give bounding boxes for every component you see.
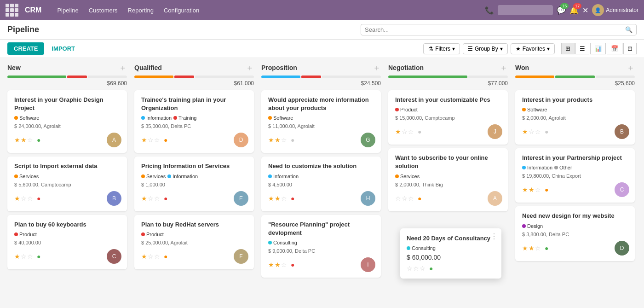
column-progress <box>134 76 254 78</box>
popup-priority-icon: ● <box>429 265 433 272</box>
topnav-search[interactable] <box>498 5 553 15</box>
kanban-card[interactable]: Pricing Information of Services Services… <box>134 157 254 211</box>
column-title: Won <box>515 64 625 71</box>
card-tags: Design <box>522 223 629 229</box>
create-button[interactable]: CREATE <box>7 42 44 55</box>
card-title: Script to Import external data <box>14 162 121 170</box>
search-input[interactable] <box>365 26 623 33</box>
priority-icon: ● <box>37 195 40 202</box>
card-stars[interactable]: ★☆☆ <box>141 253 160 260</box>
card-stars[interactable]: ★☆☆ <box>14 195 33 202</box>
card-tag: Services <box>141 174 166 179</box>
activity-icon[interactable]: 🔔 17 <box>569 6 579 15</box>
card-tags: Product <box>141 232 248 237</box>
column-header: Won ＋ <box>515 64 635 72</box>
column-amount: $61,000 <box>134 80 254 87</box>
app-menu-icon[interactable] <box>6 4 18 17</box>
column-new: New ＋ $69,600 Interest in your Graphic D… <box>7 64 127 273</box>
groupby-button[interactable]: ☰ Group By ▾ <box>463 43 508 54</box>
card-meta: $ 24,000.00, Agrolait <box>14 123 121 129</box>
column-add-button[interactable]: ＋ <box>119 64 127 72</box>
chart-view-button[interactable]: 📊 <box>590 43 606 54</box>
column-qualified: Qualified ＋ $61,000 Trainee's training p… <box>134 64 254 273</box>
card-stars[interactable]: ★★☆ <box>14 136 33 144</box>
search-icon[interactable]: 🔍 <box>625 26 632 33</box>
close-icon[interactable]: ✕ <box>582 6 588 15</box>
card-meta: $ 9,000.00, Delta PC <box>268 248 375 254</box>
messages-badge: 15 <box>560 3 569 9</box>
menu-pipeline[interactable]: Pipeline <box>52 5 83 16</box>
kanban-card[interactable]: Plan to buy RedHat servers Product $ 25,… <box>134 215 254 269</box>
calendar-view-button[interactable]: 📅 <box>607 43 622 54</box>
groupby-chevron: ▾ <box>500 46 503 52</box>
card-footer: ★★☆ ● H <box>268 191 375 206</box>
column-won: Won ＋ $25,600 Interest in your products … <box>515 64 635 265</box>
column-add-button[interactable]: ＋ <box>373 64 381 72</box>
add-column-label[interactable]: Add new Column <box>642 64 644 281</box>
priority-icon: ● <box>545 186 548 193</box>
column-cards: Would appreciate more information about … <box>261 90 381 278</box>
tag-label: Information <box>146 115 172 121</box>
card-stars[interactable]: ★☆☆ <box>395 128 414 135</box>
kanban-card[interactable]: "Resource Planning" project devlopment C… <box>261 215 381 278</box>
card-stars[interactable]: ★★☆ <box>268 136 287 144</box>
card-tag: Information <box>141 115 172 121</box>
kanban-card[interactable]: Plan to buy 60 keyboards Product $ 40,00… <box>7 215 127 269</box>
kanban-card[interactable]: Script to Import external data Services … <box>7 157 127 211</box>
card-title: Plan to buy RedHat servers <box>141 221 248 229</box>
kanban-card[interactable]: Interest in your products Software $ 2,0… <box>515 90 635 145</box>
card-stars[interactable]: ★★☆ <box>522 186 541 193</box>
menu-customers[interactable]: Customers <box>84 5 122 16</box>
kanban-card[interactable]: Would appreciate more information about … <box>261 90 381 153</box>
card-meta: $ 1,000.00 <box>141 182 248 187</box>
avatar: A <box>488 191 502 206</box>
filters-button[interactable]: ⚗ Filters ▾ <box>423 43 460 54</box>
column-add-button[interactable]: ＋ <box>627 64 635 72</box>
list-view-button[interactable]: ☰ <box>575 43 589 54</box>
phone-icon[interactable]: 📞 <box>485 6 494 15</box>
actions-bar: CREATE IMPORT ⚗ Filters ▾ ☰ Group By ▾ ★… <box>0 40 644 58</box>
card-tags: Services Information <box>141 174 248 179</box>
brand-logo[interactable]: CRM <box>25 6 41 14</box>
card-stars[interactable]: ★☆☆ <box>141 136 160 144</box>
popup-footer: ☆ ☆ ☆ ● <box>407 265 495 272</box>
messages-icon[interactable]: 💬 15 <box>557 6 566 15</box>
kanban-card[interactable]: Want to subscribe to your online solutio… <box>388 148 508 211</box>
card-stars[interactable]: ★★☆ <box>268 195 287 202</box>
column-add-button[interactable]: ＋ <box>500 64 508 72</box>
search-bar[interactable]: 🔍 <box>361 24 637 35</box>
card-footer: ★★☆ ● D <box>522 241 629 256</box>
column-header: Proposition ＋ <box>261 64 381 72</box>
card-tags: Services <box>395 174 502 179</box>
popup-amount: $ 60,000.00 <box>407 254 495 261</box>
kanban-card[interactable]: Interest in your Graphic Design Project … <box>7 90 127 153</box>
card-stars[interactable]: ★☆☆ <box>141 195 160 202</box>
card-footer: ★☆☆ ● F <box>141 249 248 264</box>
menu-reporting[interactable]: Reporting <box>123 5 158 16</box>
card-stars[interactable]: ★☆☆ <box>14 253 33 260</box>
tag-label: Information <box>172 174 198 179</box>
card-stars[interactable]: ★★☆ <box>522 244 541 252</box>
kanban-card[interactable]: Trainee's training plan in your Organiza… <box>134 90 254 153</box>
card-footer: ★☆☆ ● J <box>395 124 502 139</box>
card-meta: $ 35,000.00, Delta PC <box>141 123 248 129</box>
card-meta: $ 40,000.00 <box>14 240 121 245</box>
menu-configuration[interactable]: Configuration <box>159 5 204 16</box>
filters-chevron: ▾ <box>452 46 455 52</box>
card-title: Interest in your Graphic Design Project <box>14 96 121 112</box>
import-button[interactable]: IMPORT <box>48 42 79 55</box>
kanban-card[interactable]: Need new design for my website Design $ … <box>515 206 635 261</box>
kanban-card[interactable]: Interest in your customizable Pcs Produc… <box>388 90 508 145</box>
card-stars[interactable]: ★☆☆ <box>522 128 541 135</box>
user-menu[interactable]: 👤 Administrator <box>592 4 638 16</box>
column-proposition: Proposition ＋ $24,500 Would appreciate m… <box>261 64 381 281</box>
popup-kebab-menu[interactable]: ⋮ <box>490 232 498 241</box>
card-stars[interactable]: ★★☆ <box>268 261 287 268</box>
kanban-card[interactable]: Need to customize the solution Informati… <box>261 157 381 211</box>
grid-view-button[interactable]: ⊡ <box>623 43 637 54</box>
card-stars[interactable]: ☆☆☆ <box>395 195 414 202</box>
kanban-view-button[interactable]: ⊞ <box>561 43 575 54</box>
column-add-button[interactable]: ＋ <box>246 64 254 72</box>
kanban-card[interactable]: Interest in your Partnership project Inf… <box>515 148 635 203</box>
favorites-button[interactable]: ★ Favorites ▾ <box>511 43 555 54</box>
